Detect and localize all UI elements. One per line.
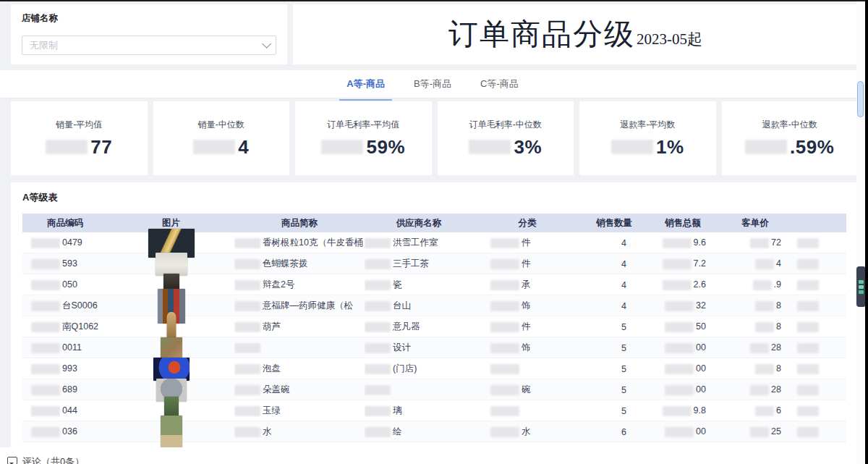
category-cell: 承 bbox=[473, 279, 582, 291]
metric-value-row: 1% bbox=[611, 136, 684, 159]
sales-qty-cell: 5 bbox=[582, 406, 647, 416]
grade-a-table-card: A等级表 商品编码 图片 商品简称 供应商名称 分类 销售数量 销售总额 客单价… bbox=[11, 182, 858, 447]
censored-blur bbox=[665, 385, 694, 395]
metric-value-row: 59% bbox=[321, 136, 405, 159]
avg-price-cell: 25 bbox=[719, 426, 791, 437]
product-name-cell: 葫芦 bbox=[234, 321, 365, 333]
censored-blur bbox=[490, 427, 519, 437]
top-border bbox=[0, 0, 868, 1]
metric-value: 77 bbox=[90, 136, 112, 159]
censored-blur bbox=[663, 238, 692, 248]
partial-cell bbox=[791, 363, 846, 374]
sales-qty-cell: 6 bbox=[582, 427, 647, 437]
avg-price-cell: 8 bbox=[719, 300, 791, 311]
censored-blur bbox=[755, 259, 774, 269]
sales-qty-cell: 5 bbox=[582, 343, 647, 353]
censored-blur bbox=[31, 385, 60, 395]
sales-total-cell: 9.6 bbox=[647, 237, 719, 248]
product-name-cell: 水 bbox=[234, 426, 365, 438]
supplier-cell: 台山 bbox=[365, 300, 473, 312]
table-title: A等级表 bbox=[22, 191, 846, 204]
table-row: 台S0006 意福牌—药师健康（松 台山 饰 4 32 8 bbox=[22, 295, 846, 316]
category-cell: 件 bbox=[473, 258, 582, 270]
supplier-cell bbox=[365, 384, 473, 395]
shop-name-label: 店铺名称 bbox=[22, 12, 276, 25]
censored-blur bbox=[611, 140, 653, 154]
category-cell: 件 bbox=[473, 237, 582, 249]
metric-label: 退款率-平均数 bbox=[620, 119, 675, 131]
censored-blur bbox=[750, 343, 769, 353]
censored-blur bbox=[31, 238, 60, 248]
table-row: 689 朵盖碗 碗 5 00 28 bbox=[22, 379, 846, 400]
comments-bar[interactable]: 评论（共0条） bbox=[0, 447, 865, 464]
metric-label: 销量-平均值 bbox=[56, 119, 102, 131]
metric-card: 订单毛利率-平均值 59% bbox=[295, 101, 432, 175]
metric-value-row: .59% bbox=[745, 136, 834, 159]
censored-blur bbox=[31, 343, 60, 353]
sales-total-cell: 00 bbox=[647, 384, 719, 395]
product-name-cell: 玉绿 bbox=[234, 405, 365, 417]
top-row: 店铺名称 无限制 订单商品分级 2023-05起 bbox=[11, 4, 858, 64]
metric-value: 59% bbox=[366, 136, 405, 159]
censored-blur bbox=[321, 140, 363, 154]
censored-blur bbox=[490, 322, 519, 332]
table-row: 993 泡盘 (门店) 5 00 8 bbox=[22, 358, 846, 379]
metric-label: 订单毛利率-平均值 bbox=[327, 119, 399, 131]
censored-blur bbox=[755, 322, 774, 332]
product-image-cell bbox=[108, 421, 234, 442]
partial-cell bbox=[791, 300, 846, 311]
partial-cell bbox=[791, 321, 846, 332]
censored-blur bbox=[797, 427, 819, 437]
tab-grade-b[interactable]: B等-商品 bbox=[412, 75, 453, 93]
sales-total-cell: 32 bbox=[647, 300, 719, 311]
censored-blur bbox=[365, 364, 391, 374]
partial-cell bbox=[791, 279, 846, 290]
scrollbar-thumb[interactable] bbox=[857, 81, 864, 117]
supplier-cell: (门店) bbox=[365, 363, 473, 375]
metric-label: 退款率-中位数 bbox=[762, 119, 817, 131]
product-image-cell bbox=[108, 232, 234, 253]
sales-qty-cell: 5 bbox=[582, 364, 647, 374]
category-cell: 件 bbox=[473, 321, 582, 333]
product-code-cell: 南Q1062 bbox=[22, 321, 108, 333]
shop-select[interactable]: 无限制 bbox=[22, 35, 276, 55]
censored-blur bbox=[665, 322, 694, 332]
column-product-name: 商品简称 bbox=[234, 217, 365, 229]
partial-cell bbox=[791, 405, 846, 416]
censored-blur bbox=[665, 301, 694, 311]
product-image bbox=[161, 416, 182, 448]
product-image bbox=[156, 253, 187, 276]
metric-card: 退款率-中位数 .59% bbox=[722, 101, 859, 175]
avg-price-cell: 6 bbox=[719, 405, 791, 416]
censored-blur bbox=[31, 322, 60, 332]
censored-blur bbox=[31, 280, 60, 290]
metric-value: .59% bbox=[790, 136, 834, 159]
censored-blur bbox=[234, 427, 260, 437]
sales-qty-cell: 4 bbox=[582, 259, 647, 269]
product-image bbox=[153, 358, 190, 381]
tab-grade-a[interactable]: A等-商品 bbox=[345, 75, 386, 93]
metric-cards-row: 销量-平均值 77 销量-中位数 4 订单毛利率-平均值 59% 订单毛利率-中… bbox=[11, 101, 858, 175]
censored-blur bbox=[234, 259, 260, 269]
tab-grade-c[interactable]: C等-商品 bbox=[479, 75, 520, 93]
chevron-down-icon bbox=[262, 39, 271, 48]
product-name-cell bbox=[234, 342, 365, 353]
comments-count: 评论（共0条） bbox=[22, 455, 84, 464]
censored-blur bbox=[755, 406, 774, 416]
sales-qty-cell: 4 bbox=[582, 280, 647, 290]
partial-cell bbox=[791, 342, 846, 353]
censored-blur bbox=[755, 364, 774, 374]
product-name-cell: 辩盘2号 bbox=[234, 279, 365, 291]
metric-value: 1% bbox=[656, 136, 684, 159]
scrollbar-track[interactable] bbox=[856, 1, 865, 464]
censored-blur bbox=[31, 364, 60, 374]
censored-blur bbox=[365, 406, 391, 416]
metric-label: 订单毛利率-中位数 bbox=[469, 119, 542, 131]
censored-blur bbox=[663, 406, 692, 416]
category-cell bbox=[473, 405, 582, 416]
category-cell: 碗 bbox=[473, 384, 582, 396]
table-row: 036 水 绘 水 6 00 25 bbox=[22, 421, 846, 442]
metric-card: 销量-平均值 77 bbox=[11, 101, 148, 175]
product-name-cell: 朵盖碗 bbox=[234, 384, 365, 396]
avg-price-cell: 8 bbox=[719, 321, 791, 332]
